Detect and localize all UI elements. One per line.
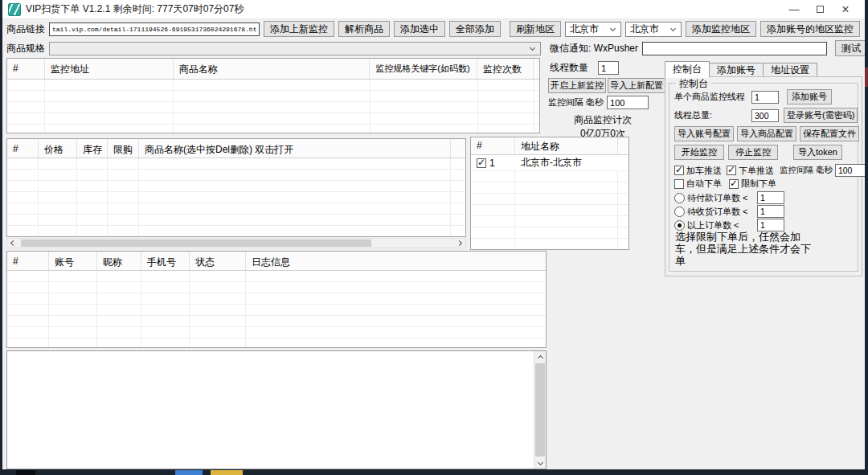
province-select[interactable]: 北京市 (565, 22, 621, 37)
order-push-checkbox[interactable] (727, 166, 736, 175)
titlebar: VIP扫货下单 V1.2.1 剩余时间: 777天07时07分07秒 — × (2, 0, 865, 19)
table-column (39, 158, 77, 236)
add-selected-button[interactable]: 添加选中 (394, 21, 445, 37)
app-icon (8, 3, 21, 16)
test-button[interactable]: 测试 (835, 40, 867, 56)
product-col-price[interactable]: 价格 (39, 139, 77, 158)
chevron-down-icon (670, 25, 676, 31)
thread-count-input[interactable] (598, 61, 619, 75)
scroll-down-arrow[interactable] (534, 457, 546, 469)
pending-payment-radio-row: 待付款订单数 < (674, 191, 784, 204)
window-title: VIP扫货下单 V1.2.1 剩余时间: 777天07时07分07秒 (26, 2, 244, 16)
add-account-button[interactable]: 添加账号 (787, 89, 832, 104)
account-col-account[interactable]: 账号 (49, 252, 97, 270)
product-col-stock[interactable]: 库存 (77, 139, 108, 158)
product-link-input[interactable] (49, 23, 260, 36)
total-threads-input[interactable] (751, 109, 779, 122)
console-tab-page: 控制台 单个商品监控线程 添加账号 线程总量: 登录账号(需密码) 导入账号配置… (665, 76, 862, 276)
log-vertical-scrollbar[interactable] (534, 351, 546, 469)
start-monitor-button[interactable]: 开始监控 (674, 145, 724, 160)
toolbar-row-spec: 商品规格 微信通知: WxPusher 测试 (6, 40, 867, 56)
product-col-limit[interactable]: 限购 (108, 139, 139, 158)
horizontal-scrollbar[interactable] (6, 238, 466, 248)
panel-interval-input[interactable] (835, 164, 866, 177)
refresh-region-button[interactable]: 刷新地区 (510, 21, 561, 37)
panel-interval-label: 监控间隔 毫秒 (780, 165, 833, 176)
limit-order-label: 限制下单 (741, 178, 776, 190)
add-new-monitor-button[interactable]: 添加上新监控 (264, 21, 334, 37)
account-col-phone[interactable]: 手机号 (141, 252, 190, 270)
product-col-index[interactable]: # (7, 139, 39, 158)
address-row-index: 1 (489, 158, 495, 169)
minimize-button[interactable]: — (781, 0, 807, 19)
monitor-table-header: # 监控地址 商品名称 监控规格关键字(如码数) 监控次数 (7, 59, 539, 80)
account-col-log[interactable]: 日志信息 (246, 252, 546, 270)
product-col-blank (451, 139, 465, 158)
parse-product-button[interactable]: 解析商品 (338, 21, 390, 37)
import-new-config-button[interactable]: 导入上新配置 (608, 78, 665, 93)
pending-receipt-radio[interactable] (674, 207, 685, 217)
hscrollbar-thumb[interactable] (21, 240, 371, 247)
save-config-file-button[interactable]: 保存配置文件 (800, 126, 859, 141)
monitor-control-row: 开始监控 停止监控 导入token (674, 145, 842, 160)
taskbar-icon-dark (16, 470, 35, 475)
push-options-row: 加车推送 下单推送 监控间隔 毫秒 (674, 164, 866, 177)
start-new-monitor-button[interactable]: 开启上新监控 (548, 78, 606, 93)
address-row[interactable]: 1 北京市-北京市 (471, 155, 628, 171)
scroll-up-arrow[interactable] (534, 351, 546, 362)
above-orders-radio[interactable] (674, 220, 685, 231)
maximize-button[interactable] (807, 0, 833, 19)
auto-order-checkbox[interactable] (674, 179, 684, 189)
account-col-status[interactable]: 状态 (190, 252, 246, 270)
chevron-right-icon (457, 240, 462, 246)
table-column (471, 171, 515, 249)
hscrollbar-track[interactable] (18, 239, 455, 248)
import-product-config-button[interactable]: 导入商品配置 (737, 126, 796, 141)
add-monitor-region-button[interactable]: 添加监控地区 (686, 21, 756, 37)
monitor-col-keyword[interactable]: 监控规格关键字(如码数) (370, 59, 477, 79)
close-button[interactable]: × (833, 0, 858, 19)
add-account-region-monitor-button[interactable]: 添加账号的地区监控 (760, 21, 860, 37)
monitor-interval-input[interactable] (607, 96, 649, 109)
thread-count-label: 线程数量 (550, 61, 588, 75)
product-spec-select[interactable] (49, 42, 541, 55)
address-col-name[interactable]: 地址名称 (515, 137, 618, 154)
wechat-token-input[interactable] (642, 42, 827, 55)
address-col-index[interactable]: # (471, 137, 515, 154)
monitor-interval-row: 监控间隔 毫秒 (548, 96, 649, 109)
monitor-col-name[interactable]: 商品名称 (174, 59, 371, 79)
monitor-col-url[interactable]: 监控地址 (45, 59, 174, 79)
monitor-col-count[interactable]: 监控次数 (477, 59, 534, 79)
import-account-config-button[interactable]: 导入账号配置 (674, 126, 734, 141)
single-thread-input[interactable] (751, 91, 779, 104)
scroll-left-arrow[interactable] (7, 239, 18, 248)
address-row-checkbox[interactable] (477, 158, 486, 168)
pending-payment-input[interactable] (757, 191, 784, 204)
toolbar-row-link: 商品链接 添加上新监控 解析商品 添加选中 全部添加 刷新地区 北京市 北京市 … (6, 21, 860, 37)
cart-push-label: 加车推送 (686, 165, 722, 177)
product-col-name[interactable]: 商品名称(选中按Del删除) 双击打开 (139, 139, 451, 158)
vscrollbar-track[interactable] (534, 362, 546, 457)
taskbar-strip (0, 469, 868, 475)
monitor-col-index[interactable]: # (7, 59, 45, 79)
table-column (7, 271, 49, 347)
add-all-button[interactable]: 全部添加 (449, 21, 501, 37)
thread-count-row: 线程数量 (550, 61, 619, 75)
cart-push-checkbox[interactable] (674, 166, 684, 175)
pending-payment-radio[interactable] (674, 193, 685, 203)
city-select[interactable]: 北京市 (625, 22, 682, 37)
stop-monitor-button[interactable]: 停止监控 (728, 145, 778, 160)
scroll-right-arrow[interactable] (455, 239, 465, 248)
tab-console[interactable]: 控制台 (665, 61, 710, 78)
log-textarea[interactable] (6, 350, 547, 469)
taskbar-icon-yellow (211, 470, 243, 475)
limit-order-checkbox[interactable] (729, 179, 739, 189)
above-orders-input[interactable] (757, 219, 784, 231)
vscrollbar-thumb[interactable] (535, 363, 545, 457)
account-col-index[interactable]: # (7, 252, 49, 270)
login-account-button[interactable]: 登录账号(需密码) (784, 108, 858, 123)
pending-receipt-input[interactable] (757, 205, 784, 218)
address-col-blank (618, 137, 628, 154)
import-token-button[interactable]: 导入token (793, 145, 842, 160)
account-col-nickname[interactable]: 昵称 (97, 252, 141, 270)
